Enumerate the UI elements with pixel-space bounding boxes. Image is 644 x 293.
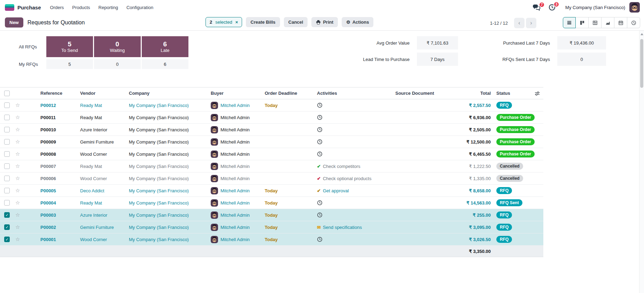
table-row[interactable]: ☆P00012Ready MatMy Company (San Francisc… — [0, 99, 543, 111]
row-reference[interactable]: P00009 — [29, 139, 77, 145]
my-rfqs-label[interactable]: My RFQs — [19, 59, 38, 69]
favorite-star-icon[interactable]: ☆ — [15, 139, 20, 145]
clock-icon[interactable] — [317, 102, 323, 108]
header-reference[interactable]: Reference — [29, 91, 77, 96]
pivot-view-button[interactable] — [589, 17, 602, 28]
favorite-star-icon[interactable]: ☆ — [15, 102, 20, 108]
favorite-star-icon[interactable]: ☆ — [15, 114, 20, 120]
graph-view-button[interactable] — [602, 17, 614, 28]
table-row[interactable]: ☆P00010Azure InteriorMy Company (San Fra… — [0, 124, 543, 136]
messages-menu[interactable]: 7 — [533, 4, 541, 11]
nav-menu-orders[interactable]: Orders — [50, 5, 64, 10]
pager-previous-icon[interactable]: ‹ — [514, 18, 525, 28]
row-reference[interactable]: P00012 — [29, 103, 77, 108]
list-view-button[interactable] — [563, 17, 576, 28]
apps-menu-icon[interactable] — [5, 4, 14, 11]
favorite-star-icon[interactable]: ☆ — [15, 212, 20, 218]
tile-my-waiting[interactable]: 0 — [94, 59, 141, 69]
optional-columns-toggle-icon[interactable] — [535, 91, 540, 97]
row-checkbox[interactable] — [4, 163, 10, 169]
pager-count[interactable]: 1-12 / 12 — [490, 21, 508, 26]
row-reference[interactable]: P00002 — [29, 225, 77, 230]
row-reference[interactable]: P00004 — [29, 200, 77, 206]
new-button[interactable]: New — [5, 17, 23, 28]
table-row[interactable]: ☆P00011Ready MatMy Company (San Francisc… — [0, 111, 543, 124]
row-reference[interactable]: P00010 — [29, 127, 77, 132]
clock-icon[interactable] — [317, 139, 323, 145]
favorite-star-icon[interactable]: ☆ — [15, 224, 20, 230]
table-row[interactable]: ✓☆P00002Gemini FurnitureMy Company (San … — [0, 221, 543, 233]
kanban-view-button[interactable] — [576, 17, 589, 28]
header-source-document[interactable]: Source Document — [393, 91, 448, 96]
activity-label[interactable]: Check optional products — [323, 176, 371, 181]
row-checkbox[interactable] — [4, 188, 10, 193]
row-reference[interactable]: P00005 — [29, 188, 77, 193]
nav-menu-products[interactable]: Products — [72, 5, 90, 10]
header-order-deadline[interactable]: Order Deadline — [262, 91, 314, 96]
favorite-star-icon[interactable]: ☆ — [15, 163, 20, 169]
tile-my-to-send[interactable]: 5 — [46, 59, 93, 69]
table-row[interactable]: ☆P00006Wood CornerMy Company (San Franci… — [0, 172, 543, 185]
table-row[interactable]: ☆P00005Deco AddictMy Company (San Franci… — [0, 185, 543, 197]
row-checkbox[interactable]: ✓ — [4, 212, 10, 218]
favorite-star-icon[interactable]: ☆ — [15, 187, 20, 193]
activity-label[interactable]: Send specifications — [323, 225, 362, 230]
tile-all-late[interactable]: 6Late — [142, 36, 188, 57]
row-checkbox[interactable] — [4, 139, 10, 145]
actions-button[interactable]: ⚙ Actions — [342, 17, 373, 27]
row-reference[interactable]: P00001 — [29, 237, 77, 242]
header-buyer[interactable]: Buyer — [208, 91, 262, 96]
print-button[interactable]: Print — [311, 17, 338, 27]
user-avatar[interactable] — [629, 2, 640, 13]
row-checkbox[interactable]: ✓ — [4, 224, 10, 230]
clock-icon[interactable] — [317, 212, 323, 218]
app-name[interactable]: Purchase — [17, 5, 41, 10]
favorite-star-icon[interactable]: ☆ — [15, 236, 20, 242]
cancel-button[interactable]: Cancel — [284, 17, 308, 27]
row-checkbox[interactable] — [4, 176, 10, 181]
table-row[interactable]: ☆P00008Wood CornerMy Company (San Franci… — [0, 148, 543, 160]
activity-label[interactable]: Get approval — [323, 188, 349, 193]
table-row[interactable]: ☆P00007Ready MatMy Company (San Francisc… — [0, 160, 543, 172]
favorite-star-icon[interactable]: ☆ — [15, 151, 20, 157]
clear-selection-icon[interactable]: × — [235, 20, 238, 25]
company-switcher[interactable]: My Company (San Francisco) — [565, 5, 625, 10]
row-checkbox[interactable] — [4, 200, 10, 206]
table-row[interactable]: ✓☆P00001Wood CornerMy Company (San Franc… — [0, 233, 543, 246]
clock-icon[interactable] — [317, 151, 323, 157]
row-reference[interactable]: P00007 — [29, 164, 77, 169]
header-vendor[interactable]: Vendor — [77, 91, 126, 96]
all-rfqs-label[interactable]: All RFQs — [19, 36, 38, 57]
favorite-star-icon[interactable]: ☆ — [15, 175, 20, 181]
header-company[interactable]: Company — [126, 91, 208, 96]
row-reference[interactable]: P00003 — [29, 213, 77, 218]
row-reference[interactable]: P00006 — [29, 176, 77, 181]
row-reference[interactable]: P00008 — [29, 152, 77, 157]
tile-my-late[interactable]: 6 — [142, 59, 188, 69]
clock-icon[interactable] — [317, 115, 323, 120]
header-total[interactable]: Total — [448, 91, 494, 96]
calendar-view-button[interactable] — [614, 17, 627, 28]
activity-view-button[interactable] — [627, 17, 640, 28]
header-activities[interactable]: Activities — [314, 91, 393, 96]
favorite-star-icon[interactable]: ☆ — [15, 200, 20, 206]
table-row[interactable]: ☆P00009Gemini FurnitureMy Company (San F… — [0, 136, 543, 148]
favorite-star-icon[interactable]: ☆ — [15, 126, 20, 132]
activities-menu[interactable]: 3 — [549, 4, 556, 11]
row-checkbox[interactable]: ✓ — [4, 237, 10, 242]
tile-all-waiting[interactable]: 0Waiting — [94, 36, 141, 57]
tile-all-to-send[interactable]: 5To Send — [46, 36, 93, 57]
create-bills-button[interactable]: Create Bills — [246, 17, 280, 27]
select-all-checkbox[interactable] — [4, 91, 10, 96]
scrollbar-up-arrow-icon[interactable] — [641, 33, 643, 35]
clock-icon[interactable] — [317, 237, 323, 242]
row-checkbox[interactable] — [4, 151, 10, 157]
table-row[interactable]: ☆P00004Ready MatMy Company (San Francisc… — [0, 197, 543, 209]
row-checkbox[interactable] — [4, 127, 10, 132]
table-row[interactable]: ✓☆P00003Azure InteriorMy Company (San Fr… — [0, 209, 543, 221]
activity-label[interactable]: Check competitors — [323, 164, 360, 169]
scrollbar-thumb[interactable] — [640, 39, 643, 88]
clock-icon[interactable] — [317, 200, 323, 206]
pager-next-icon[interactable]: › — [526, 18, 536, 28]
nav-menu-reporting[interactable]: Reporting — [99, 5, 118, 10]
